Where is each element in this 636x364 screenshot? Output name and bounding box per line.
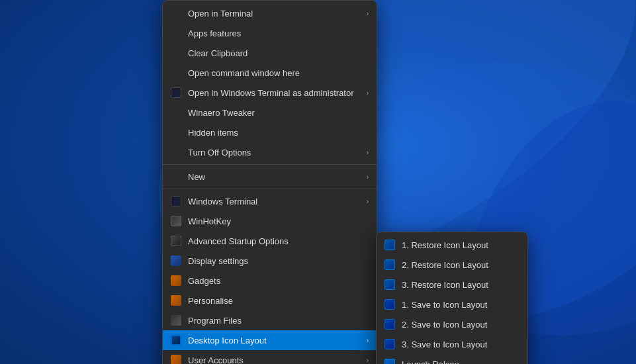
menu-item-label: Desktop Icon Layout	[188, 336, 361, 345]
submenu-item-label: 1. Restore Icon Layout	[402, 240, 520, 250]
submenu-arrow-icon: ›	[367, 173, 369, 181]
submenu-item-label: 1. Save to Icon Layout	[402, 300, 520, 310]
submenu-desktop-icon-layout: 1. Restore Icon Layout2. Restore Icon La…	[376, 232, 528, 364]
context-menu: Open in Terminal›Apps featuresClear Clip…	[162, 0, 377, 364]
wt-admin-icon	[169, 86, 183, 99]
menu-item-display-settings[interactable]: Display settings	[163, 251, 377, 271]
menu-item-apps-features[interactable]: Apps features	[163, 23, 377, 43]
menu-item-open-command[interactable]: Open command window here	[163, 63, 377, 83]
aso-icon	[169, 234, 183, 248]
relcon-icon	[383, 357, 396, 364]
icon-spacer	[169, 126, 183, 139]
user-icon	[169, 353, 183, 364]
menu-item-clear-clipboard[interactable]: Clear Clipboard	[163, 43, 377, 63]
menu-item-label: Personalise	[188, 296, 369, 306]
turnoff-icon	[169, 146, 183, 159]
submenu-arrow-icon: ›	[367, 149, 369, 156]
menu-item-personalise[interactable]: Personalise	[163, 291, 377, 310]
submenu-item-launch-relcon[interactable]: Launch Relcon	[377, 354, 527, 364]
submenu-arrow-icon: ›	[367, 337, 369, 344]
submenu-item-save-1[interactable]: 1. Save to Icon Layout	[377, 295, 527, 314]
wt-icon	[169, 195, 183, 208]
icon-spacer	[169, 26, 183, 40]
submenu-item-label: Launch Relcon	[402, 359, 520, 365]
menu-item-desktop-icon-layout[interactable]: Desktop Icon Layout›	[163, 330, 377, 350]
menu-item-open-in-terminal[interactable]: Open in Terminal›	[163, 3, 377, 23]
submenu-arrow-icon: ›	[367, 10, 369, 17]
menu-item-label: Open in Windows Terminal as administrato…	[188, 88, 361, 98]
menu-item-open-wt-admin[interactable]: Open in Windows Terminal as administrato…	[163, 83, 377, 103]
submenu-item-restore-1[interactable]: 1. Restore Icon Layout	[377, 235, 527, 255]
menu-item-winaero[interactable]: Winaero Tweaker	[163, 103, 377, 122]
terminal-icon	[169, 7, 183, 20]
restore-icon	[383, 258, 396, 271]
hotkey-icon	[169, 214, 183, 228]
restore-icon	[383, 278, 396, 291]
menu-item-label: User Accounts	[188, 355, 361, 365]
submenu-item-label: 3. Restore Icon Layout	[402, 280, 520, 290]
menu-item-label: Gadgets	[188, 276, 369, 286]
menu-item-label: Hidden items	[188, 128, 369, 138]
menu-separator	[163, 164, 377, 165]
gadget-icon	[169, 274, 183, 287]
menu-item-label: Open in Terminal	[188, 9, 361, 19]
menu-separator	[163, 189, 377, 189]
menu-item-label: Apps features	[188, 28, 369, 38]
menu-item-user-accounts[interactable]: User Accounts›	[163, 350, 377, 364]
save-icon	[383, 298, 396, 311]
menu-item-gadgets[interactable]: Gadgets	[163, 271, 377, 291]
submenu-item-label: 3. Save to Icon Layout	[402, 340, 520, 349]
menu-item-hidden-items[interactable]: Hidden items	[163, 122, 377, 142]
menu-item-program-files[interactable]: Program Files	[163, 310, 377, 330]
dil-icon	[169, 334, 183, 347]
save-icon	[383, 338, 396, 351]
menu-item-label: Open command window here	[188, 68, 369, 78]
menu-item-new[interactable]: New›	[163, 167, 377, 187]
menu-item-label: New	[188, 172, 361, 182]
menu-item-turn-off[interactable]: Turn Off Options›	[163, 142, 377, 162]
disp-icon	[169, 254, 183, 267]
menu-item-label: Winaero Tweaker	[188, 108, 369, 118]
submenu-item-save-3[interactable]: 3. Save to Icon Layout	[377, 334, 527, 354]
prog-icon	[169, 314, 183, 327]
person-icon	[169, 294, 183, 307]
save-icon	[383, 318, 396, 331]
restore-icon	[383, 238, 396, 251]
icon-spacer	[169, 106, 183, 119]
submenu-item-label: 2. Restore Icon Layout	[402, 260, 520, 270]
menu-item-windows-terminal[interactable]: Windows Terminal›	[163, 191, 377, 211]
submenu-arrow-icon: ›	[367, 357, 369, 364]
menu-item-label: Advanced Startup Options	[188, 236, 369, 246]
menu-item-label: Program Files	[188, 316, 369, 326]
submenu-item-save-2[interactable]: 2. Save to Icon Layout	[377, 314, 527, 334]
menu-item-winhotkey[interactable]: WinHotKey	[163, 211, 377, 231]
menu-item-label: Turn Off Options	[188, 148, 361, 158]
submenu-item-restore-2[interactable]: 2. Restore Icon Layout	[377, 255, 527, 275]
menu-item-label: Clear Clipboard	[188, 48, 369, 58]
menu-item-label: Windows Terminal	[188, 197, 361, 206]
submenu-arrow-icon: ›	[367, 89, 369, 97]
menu-item-label: Display settings	[188, 256, 369, 266]
menu-item-advanced-startup[interactable]: Advanced Startup Options	[163, 231, 377, 251]
icon-spacer	[169, 46, 183, 60]
menu-item-label: WinHotKey	[188, 216, 369, 226]
submenu-item-label: 2. Save to Icon Layout	[402, 320, 520, 330]
icon-spacer	[169, 170, 183, 183]
submenu-arrow-icon: ›	[367, 198, 369, 205]
icon-spacer	[169, 66, 183, 79]
submenu-item-restore-3[interactable]: 3. Restore Icon Layout	[377, 275, 527, 295]
